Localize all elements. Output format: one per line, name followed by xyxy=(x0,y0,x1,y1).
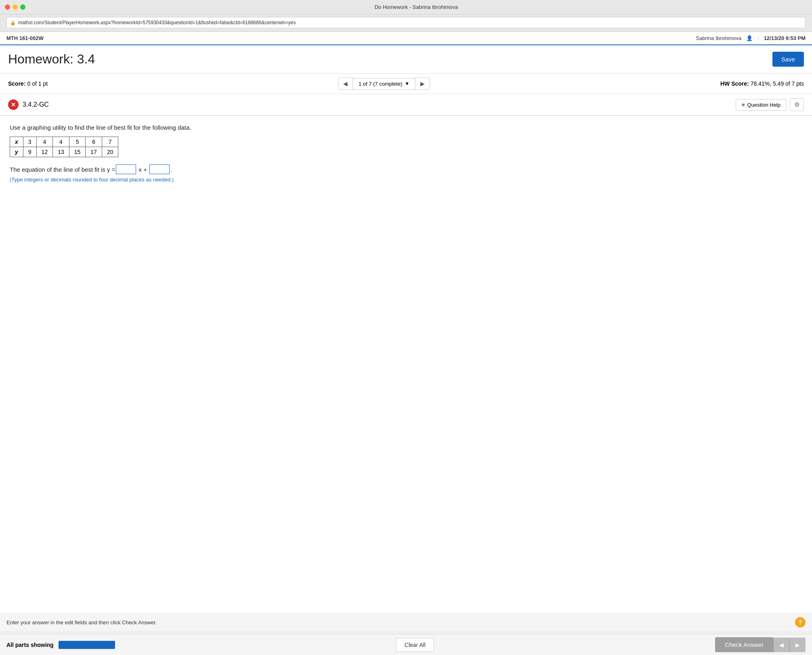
x-val-4: 5 xyxy=(69,137,86,147)
minimize-button-icon[interactable] xyxy=(13,4,18,10)
equation-period: . xyxy=(170,166,172,173)
datetime-label: 12/13/20 9:53 PM xyxy=(764,35,806,41)
question-id-section: ✕ 3.4.2-GC xyxy=(8,99,49,110)
table-row-y: y 9 12 13 15 17 20 xyxy=(10,147,118,157)
help-list-icon: ≡ xyxy=(742,102,745,108)
y-val-6: 20 xyxy=(102,147,118,157)
equation-x: x + xyxy=(137,166,149,173)
question-id-label: 3.4.2-GC xyxy=(23,101,49,108)
intercept-input[interactable] xyxy=(149,164,170,174)
y-label: y xyxy=(10,147,23,157)
x-val-3: 4 xyxy=(53,137,69,147)
score-display: Score: 0 of 1 pt xyxy=(8,80,48,87)
homework-title: Homework: 3.4 xyxy=(8,52,95,67)
next-question-button[interactable]: ▶ xyxy=(415,78,430,90)
question-position-text: 1 of 7 (7 complete) xyxy=(359,81,402,87)
incorrect-icon: ✕ xyxy=(8,99,19,110)
traffic-lights xyxy=(5,4,25,10)
data-table: x 3 4 4 5 6 7 y 9 12 13 15 17 20 xyxy=(10,137,118,157)
question-header: ✕ 3.4.2-GC ≡ Question Help ⚙ xyxy=(0,94,812,116)
address-bar-row: 🔒 mathxl.com/Student/PlayerHomework.aspx… xyxy=(0,15,812,32)
prev-question-button[interactable]: ◀ xyxy=(338,78,353,90)
browser-title: Do Homework - Sabrina Ibrohimova xyxy=(25,4,807,10)
question-body: Use a graphing utility to find the line … xyxy=(0,116,812,191)
y-val-4: 15 xyxy=(69,147,86,157)
bottom-instruction-bar: Enter your answer in the edit fields and… xyxy=(0,613,812,619)
equation-prefix: The equation of the line of best fit is … xyxy=(10,166,115,173)
x-val-1: 3 xyxy=(23,137,36,147)
gear-icon: ⚙ xyxy=(794,101,799,108)
question-instruction: Use a graphing utility to find the line … xyxy=(10,124,802,131)
browser-titlebar: Do Homework - Sabrina Ibrohimova xyxy=(0,0,812,15)
y-val-2: 12 xyxy=(36,147,53,157)
app-header: MTH 161-002W Sabrina Ibrohimova 👤 | 12/1… xyxy=(0,32,812,45)
hw-score-value: 78.41%, 5.49 of 7 pts xyxy=(751,80,804,87)
maximize-button-icon[interactable] xyxy=(20,4,25,10)
x-val-2: 4 xyxy=(36,137,53,147)
header-right: Sabrina Ibrohimova 👤 | 12/13/20 9:53 PM xyxy=(696,35,806,41)
lock-icon: 🔒 xyxy=(10,20,16,25)
settings-button[interactable]: ⚙ xyxy=(790,98,804,111)
url-text: mathxl.com/Student/PlayerHomework.aspx?h… xyxy=(18,20,296,25)
main-content: Homework: 3.4 Save Score: 0 of 1 pt ◀ 1 … xyxy=(0,45,812,619)
close-button-icon[interactable] xyxy=(5,4,10,10)
hw-score-label: HW Score: xyxy=(720,80,749,87)
hw-title-bar: Homework: 3.4 Save xyxy=(0,45,812,74)
y-val-3: 13 xyxy=(53,147,69,157)
x-label: x xyxy=(10,137,23,147)
question-tools: ≡ Question Help ⚙ xyxy=(736,98,804,111)
hw-score-display: HW Score: 78.41%, 5.49 of 7 pts xyxy=(720,80,804,87)
y-val-5: 17 xyxy=(86,147,102,157)
score-value: 0 of 1 pt xyxy=(27,80,48,87)
equation-row: The equation of the line of best fit is … xyxy=(10,164,802,174)
score-label: Score: xyxy=(8,80,26,87)
question-help-button[interactable]: ≡ Question Help xyxy=(736,99,787,111)
save-button[interactable]: Save xyxy=(772,52,804,67)
question-help-label: Question Help xyxy=(747,102,781,108)
help-question-mark: ? xyxy=(799,619,802,619)
user-icon: 👤 xyxy=(746,35,753,41)
username-label: Sabrina Ibrohimova xyxy=(696,35,742,41)
help-circle-icon[interactable]: ? xyxy=(795,617,806,619)
slope-input[interactable] xyxy=(116,164,136,174)
x-val-6: 7 xyxy=(102,137,118,147)
header-divider: | xyxy=(757,35,759,41)
score-bar: Score: 0 of 1 pt ◀ 1 of 7 (7 complete) ▼… xyxy=(0,74,812,94)
instruction-text: Enter your answer in the edit fields and… xyxy=(6,619,157,620)
hint-text: (Type integers or decimals rounded to fo… xyxy=(10,177,802,183)
question-navigator: ◀ 1 of 7 (7 complete) ▼ ▶ xyxy=(338,78,430,90)
course-label: MTH 161-002W xyxy=(6,35,44,41)
address-bar[interactable]: 🔒 mathxl.com/Student/PlayerHomework.aspx… xyxy=(6,17,806,28)
table-row-x: x 3 4 4 5 6 7 xyxy=(10,137,118,147)
question-position-label: 1 of 7 (7 complete) ▼ xyxy=(353,78,415,90)
y-val-1: 9 xyxy=(23,147,36,157)
question-dropdown-icon[interactable]: ▼ xyxy=(405,81,409,86)
x-val-5: 6 xyxy=(86,137,102,147)
